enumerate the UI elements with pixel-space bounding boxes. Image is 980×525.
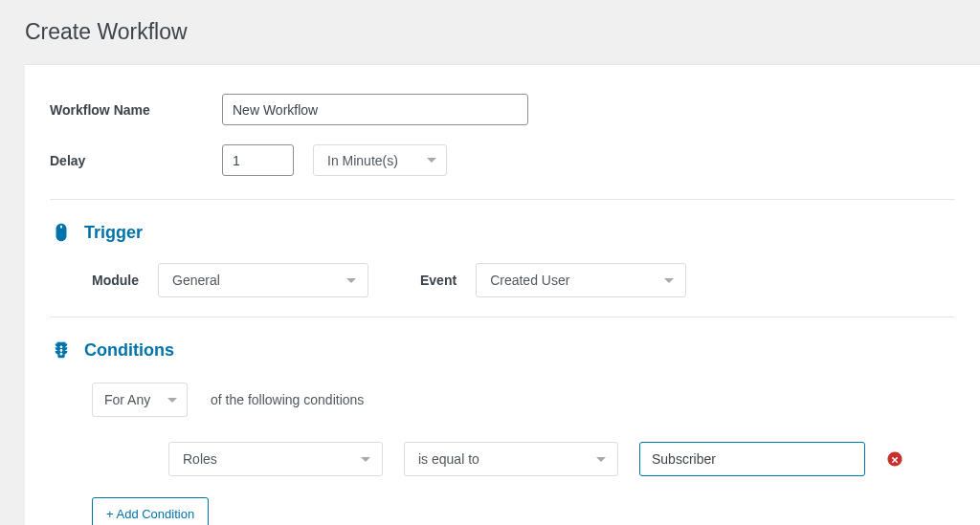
condition-field-value: Roles xyxy=(183,451,349,467)
condition-value-input[interactable] xyxy=(639,442,865,476)
workflow-name-label: Workflow Name xyxy=(50,102,222,118)
add-condition-button[interactable]: + Add Condition xyxy=(92,497,209,525)
event-value: Created User xyxy=(490,273,653,288)
match-desc: of the following conditions xyxy=(211,392,364,407)
condition-row: Roles is equal to xyxy=(168,442,955,476)
trigger-title: Trigger xyxy=(84,223,143,243)
workflow-card: Workflow Name Delay In Minute(s) Trigger… xyxy=(25,64,980,525)
condition-operator-dropdown[interactable]: is equal to xyxy=(404,442,618,476)
module-dropdown[interactable]: General xyxy=(158,263,368,297)
chevron-down-icon xyxy=(346,278,356,283)
conditions-title: Conditions xyxy=(84,340,174,361)
condition-field-dropdown[interactable]: Roles xyxy=(168,442,383,476)
chevron-down-icon xyxy=(427,158,436,163)
traffic-light-icon xyxy=(50,339,73,361)
trigger-header: Trigger xyxy=(50,200,955,257)
chevron-down-icon xyxy=(596,457,606,462)
delay-row: Delay In Minute(s) xyxy=(50,135,955,186)
workflow-name-input[interactable] xyxy=(222,94,528,125)
mouse-icon xyxy=(50,221,73,244)
event-label: Event xyxy=(420,273,457,288)
match-type-value: For Any xyxy=(104,392,156,407)
conditions-header: Conditions xyxy=(50,317,955,375)
conditions-body: For Any of the following conditions Role… xyxy=(50,375,955,525)
chevron-down-icon xyxy=(664,278,674,283)
condition-operator-value: is equal to xyxy=(418,451,585,467)
delete-condition-icon[interactable] xyxy=(886,450,903,468)
page-title: Create Workflow xyxy=(25,19,980,45)
page-header: Create Workflow xyxy=(0,0,980,64)
delay-label: Delay xyxy=(50,153,222,168)
chevron-down-icon xyxy=(167,398,177,403)
workflow-name-row: Workflow Name xyxy=(50,84,955,135)
conditions-match-row: For Any of the following conditions xyxy=(92,383,955,417)
trigger-row: Module General Event Created User xyxy=(50,257,955,317)
module-label: Module xyxy=(92,273,139,288)
delay-input[interactable] xyxy=(222,144,294,176)
delay-unit-text: In Minute(s) xyxy=(327,153,415,168)
delay-unit-dropdown[interactable]: In Minute(s) xyxy=(313,144,447,176)
module-value: General xyxy=(172,273,335,288)
chevron-down-icon xyxy=(361,457,370,462)
event-dropdown[interactable]: Created User xyxy=(476,263,686,297)
match-type-dropdown[interactable]: For Any xyxy=(92,383,188,417)
